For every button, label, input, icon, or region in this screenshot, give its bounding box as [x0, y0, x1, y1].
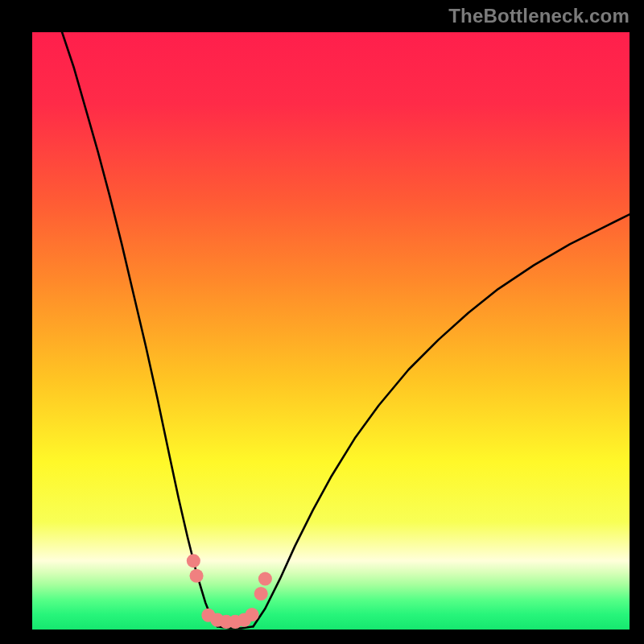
curve-right_curve: [254, 214, 630, 626]
marker-left_pair: [190, 569, 204, 583]
plot-area: [32, 32, 630, 630]
watermark-label: TheBottleneck.com: [448, 5, 630, 27]
marker-right_pair: [254, 587, 268, 601]
curve-left_curve: [62, 32, 217, 626]
chart-curves: [32, 32, 630, 630]
marker-right_pair: [258, 572, 272, 585]
chart-frame: TheBottleneck.com: [0, 0, 644, 644]
marker-bottom_run: [246, 608, 259, 621]
marker-left_pair: [187, 554, 200, 568]
